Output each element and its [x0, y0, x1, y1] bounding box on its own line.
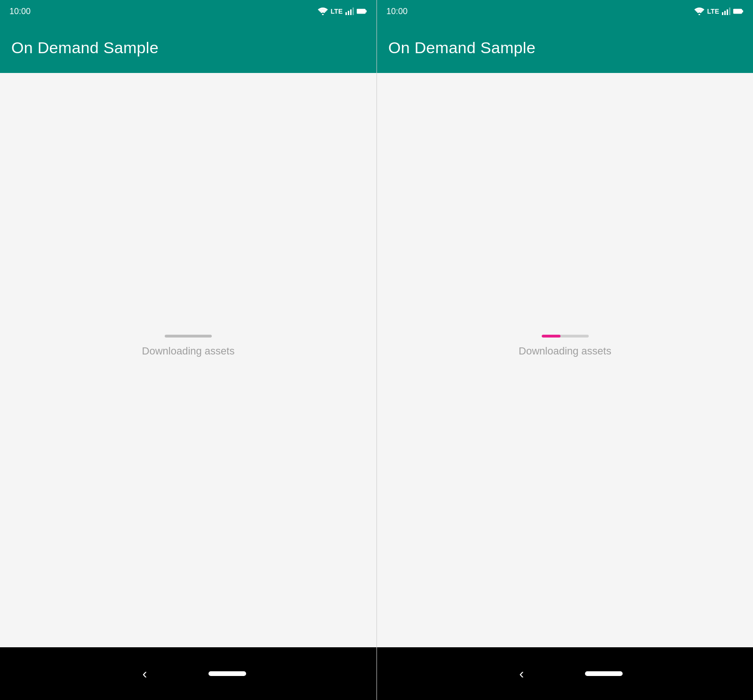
svg-rect-2: [348, 11, 349, 15]
svg-rect-9: [724, 11, 726, 15]
svg-point-0: [322, 14, 324, 15]
svg-rect-8: [722, 12, 723, 15]
progress-track-right: [542, 335, 589, 338]
progress-fill-left: [165, 335, 212, 338]
loading-container-left: Downloading assets: [142, 335, 235, 357]
back-button-left[interactable]: ‹: [131, 660, 159, 688]
svg-rect-1: [345, 12, 347, 15]
lte-icon-left: LTE: [331, 8, 343, 15]
status-time-left: 10:00: [9, 7, 31, 16]
status-icons-left: LTE: [318, 8, 367, 15]
svg-rect-3: [350, 9, 352, 15]
wifi-icon-right: [694, 8, 705, 15]
nav-bar-right: ‹: [377, 647, 753, 700]
signal-icon-right: [722, 8, 730, 15]
loading-container-right: Downloading assets: [519, 335, 611, 357]
svg-rect-5: [357, 9, 365, 13]
phone-left: 10:00 LTE: [0, 0, 376, 700]
svg-rect-10: [727, 9, 728, 15]
nav-bar-left: ‹: [0, 647, 376, 700]
signal-icon-left: [345, 8, 354, 15]
app-bar-right: On Demand Sample: [377, 23, 753, 73]
battery-icon-right: [733, 8, 744, 15]
main-content-right: Downloading assets: [377, 73, 753, 647]
back-button-right[interactable]: ‹: [507, 660, 536, 688]
phone-right: 10:00 LTE: [376, 0, 753, 700]
main-content-left: Downloading assets: [0, 73, 376, 647]
lte-icon-right: LTE: [707, 8, 719, 15]
svg-rect-6: [365, 10, 367, 13]
app-bar-left: On Demand Sample: [0, 23, 376, 73]
svg-rect-12: [733, 9, 742, 13]
svg-rect-4: [352, 8, 354, 15]
progress-fill-right: [542, 335, 561, 338]
status-bar-right: 10:00 LTE: [377, 0, 753, 23]
wifi-icon: [318, 8, 328, 15]
progress-track-left: [165, 335, 212, 338]
status-bar-left: 10:00 LTE: [0, 0, 376, 23]
home-pill-left[interactable]: [208, 671, 246, 676]
svg-rect-13: [742, 10, 743, 13]
status-icons-right: LTE: [694, 8, 744, 15]
home-pill-right[interactable]: [585, 671, 623, 676]
svg-rect-11: [729, 8, 730, 15]
battery-icon-left: [357, 8, 367, 15]
svg-point-7: [698, 14, 700, 15]
loading-text-right: Downloading assets: [519, 345, 611, 357]
app-title-left: On Demand Sample: [11, 39, 159, 57]
app-title-right: On Demand Sample: [388, 39, 536, 57]
status-time-right: 10:00: [386, 7, 408, 16]
loading-text-left: Downloading assets: [142, 345, 235, 357]
